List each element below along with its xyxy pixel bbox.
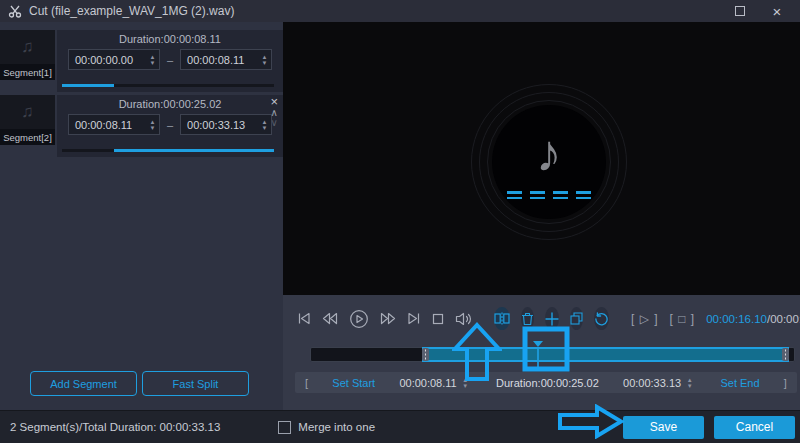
selection-duration: Duration:00:00:25.02 (496, 377, 599, 389)
delete-tool-icon[interactable] (521, 307, 534, 330)
segment-1-progress (62, 84, 274, 87)
skip-start-icon[interactable] (297, 312, 311, 325)
segment-2-end-spinner[interactable]: ▲ ▼ (258, 119, 271, 131)
player-controls: [ ▷ ] [ □ ] 00:00:16.10/00:00:33.13 (283, 295, 800, 410)
start-time-input[interactable]: 00:00:08.11 ▲ ▼ (399, 377, 471, 389)
add-tool-icon[interactable] (545, 307, 559, 330)
segment-1-label: Segment[1] (0, 64, 55, 80)
fast-forward-icon[interactable] (380, 312, 396, 325)
range-dash: – (167, 54, 173, 66)
close-button[interactable]: × (762, 0, 792, 22)
add-segment-button[interactable]: Add Segment (30, 371, 137, 396)
selection-end-handle[interactable] (782, 348, 789, 361)
segment-1-end-input[interactable]: 00:00:08.11 ▲ ▼ (180, 49, 272, 70)
right-bracket: ] (784, 377, 787, 389)
segment-2-duration: Duration:00:00:25.02 (57, 98, 283, 110)
reset-tool-icon[interactable] (594, 307, 609, 330)
segment-2-thumbnail: ♫ (0, 95, 55, 129)
footer-bar: 2 Segment(s)/Total Duration: 00:00:33.13… (0, 410, 800, 443)
scissors-icon (8, 4, 22, 18)
total-time: /00:00:33.13 (767, 313, 800, 325)
segment-1-duration: Duration:00:00:08.11 (57, 33, 283, 45)
segment-2-start-input[interactable]: 00:00:08.11 ▲ ▼ (68, 114, 160, 135)
cancel-button[interactable]: Cancel (714, 416, 795, 439)
spinner-down-icon[interactable]: ▼ (462, 383, 468, 389)
equalizer-bars (507, 191, 591, 199)
segment-1-end-spinner[interactable]: ▲ ▼ (258, 54, 271, 66)
spinner-down-icon[interactable]: ▼ (149, 125, 155, 131)
merge-label: Merge into one (298, 421, 375, 433)
segment-2-label: Segment[2] (0, 129, 55, 145)
music-note-icon: ♫ (21, 102, 34, 122)
spinner-down-icon[interactable]: ▼ (687, 383, 693, 389)
spinner-down-icon[interactable]: ▼ (262, 60, 268, 66)
skip-end-icon[interactable] (407, 312, 421, 325)
time-display: 00:00:16.10/00:00:33.13 (706, 313, 800, 325)
current-time: 00:00:16.10 (706, 313, 767, 325)
window-title: Cut (file_example_WAV_1MG (2).wav) (29, 4, 718, 18)
end-time-input[interactable]: 00:00:33.13 ▲ ▼ (623, 377, 696, 389)
audio-disc: ♪ (492, 105, 606, 219)
segments-summary: 2 Segment(s)/Total Duration: 00:00:33.13 (10, 421, 220, 433)
segment-2-move-down-icon[interactable]: ∨ (271, 118, 278, 128)
left-bracket: [ (305, 377, 308, 389)
segment-1-thumbnail: ♫ (0, 30, 55, 64)
segment-1-progress-fill (62, 84, 114, 87)
trim-bar: [ Set Start 00:00:08.11 ▲ ▼ Duration:00:… (295, 372, 797, 393)
stop-segment-icon[interactable]: [ □ ] (670, 312, 696, 326)
maximize-icon (735, 6, 745, 16)
split-tool-icon[interactable] (494, 307, 510, 330)
end-time-spinner[interactable]: ▲ ▼ (683, 377, 696, 389)
start-time-spinner[interactable]: ▲ ▼ (459, 377, 472, 389)
selection-start-handle[interactable] (422, 348, 429, 361)
title-bar: Cut (file_example_WAV_1MG (2).wav) × (0, 0, 800, 22)
spinner-down-icon[interactable]: ▼ (262, 125, 268, 131)
music-note-icon: ♪ (536, 123, 562, 183)
copy-tool-icon[interactable] (570, 307, 583, 330)
segment-1-start-input[interactable]: 00:00:00.00 ▲ ▼ (68, 49, 160, 70)
segment-2-start-spinner[interactable]: ▲ ▼ (146, 119, 159, 131)
volume-icon[interactable] (455, 312, 472, 326)
playhead-marker[interactable] (533, 341, 543, 367)
playhead-line (537, 347, 539, 367)
timeline-selection[interactable] (422, 347, 789, 362)
segment-item-2[interactable]: ♫ Segment[2] Duration:00:00:25.02 00:00:… (0, 95, 283, 157)
video-preview-area: ♪ (283, 22, 800, 295)
spinner-down-icon[interactable]: ▼ (149, 60, 155, 66)
stop-icon[interactable] (432, 313, 444, 325)
range-dash: – (167, 119, 173, 131)
segment-2-progress (62, 149, 274, 152)
play-segment-icon[interactable]: [ ▷ ] (631, 312, 659, 326)
segment-1-thumbnail-col[interactable]: ♫ Segment[1] (0, 30, 57, 92)
segment-item-1[interactable]: ♫ Segment[1] Duration:00:00:08.11 00:00:… (0, 30, 283, 92)
merge-checkbox[interactable] (278, 421, 291, 434)
segment-2-end-input[interactable]: 00:00:33.13 ▲ ▼ (180, 114, 272, 135)
set-start-button[interactable]: Set Start (332, 377, 375, 389)
segment-2-card: Duration:00:00:25.02 00:00:08.11 ▲ ▼ – 0… (57, 95, 283, 157)
segment-1-start-spinner[interactable]: ▲ ▼ (146, 54, 159, 66)
rewind-icon[interactable] (322, 312, 338, 325)
music-note-icon: ♫ (21, 37, 34, 57)
set-end-button[interactable]: Set End (720, 377, 759, 389)
play-icon[interactable] (349, 309, 369, 329)
segment-1-card: Duration:00:00:08.11 00:00:00.00 ▲ ▼ – 0… (57, 30, 283, 92)
fast-split-button[interactable]: Fast Split (142, 371, 249, 396)
timeline-slider[interactable] (310, 347, 795, 362)
segments-panel: ♫ Segment[1] Duration:00:00:08.11 00:00:… (0, 22, 283, 410)
merge-into-one-option[interactable]: Merge into one (278, 421, 375, 434)
close-icon: × (773, 4, 782, 19)
maximize-button[interactable] (725, 0, 755, 22)
segment-2-progress-fill (114, 149, 274, 152)
save-button[interactable]: Save (623, 416, 704, 439)
segment-2-thumbnail-col[interactable]: ♫ Segment[2] (0, 95, 57, 157)
